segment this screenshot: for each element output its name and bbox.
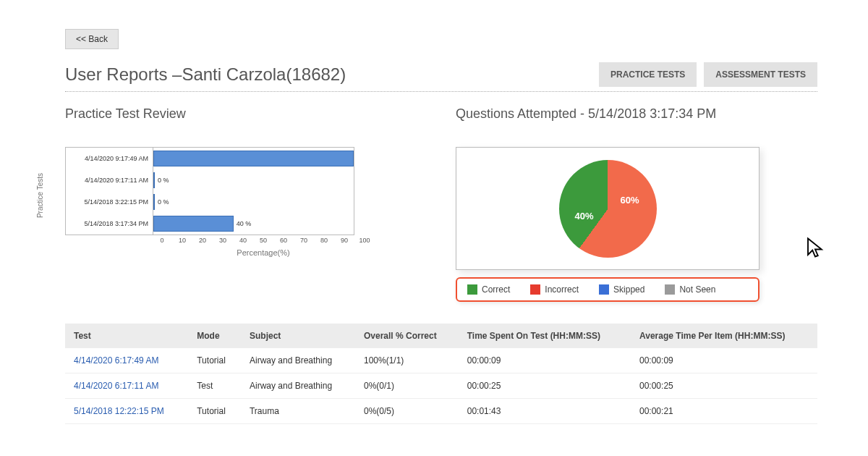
- bar-value-label: 0 %: [158, 198, 169, 206]
- x-tick: 10: [172, 237, 192, 244]
- cell-overall: 100%(1/1): [355, 348, 459, 373]
- legend-label: Not Seen: [679, 284, 715, 295]
- x-tick: 30: [213, 237, 233, 244]
- bar-value-label: 40 %: [237, 220, 252, 227]
- legend-label: Correct: [482, 284, 510, 295]
- cursor-icon: [806, 237, 825, 258]
- swatch-icon: [467, 284, 477, 295]
- test-link[interactable]: 4/14/2020 6:17:11 AM: [65, 373, 188, 399]
- bar-category-label: 4/14/2020 9:17:49 AM: [66, 155, 153, 162]
- bar-row: 5/14/2018 3:22:15 PM 0 %: [66, 191, 354, 213]
- pie-legend: Correct Incorrect Skipped Not Seen: [456, 277, 760, 302]
- col-mode: Mode: [188, 324, 241, 348]
- table-header-row: Test Mode Subject Overall % Correct Time…: [65, 324, 817, 348]
- tests-table: Test Mode Subject Overall % Correct Time…: [65, 324, 817, 424]
- x-tick: 100: [354, 237, 375, 244]
- col-test: Test: [65, 324, 188, 348]
- test-link[interactable]: 4/14/2020 6:17:49 AM: [65, 348, 188, 373]
- bar-category-label: 5/14/2018 3:17:34 PM: [66, 220, 153, 227]
- x-tick: 60: [273, 237, 294, 244]
- legend-item-skipped: Skipped: [599, 284, 644, 295]
- swatch-icon: [599, 284, 609, 295]
- cell-subject: Airway and Breathing: [241, 348, 355, 373]
- tab-practice-tests[interactable]: PRACTICE TESTS: [599, 62, 697, 87]
- pie-slice-label-correct: 40%: [575, 211, 594, 221]
- x-tick: 90: [334, 237, 354, 244]
- cell-time-spent: 00:00:25: [459, 373, 631, 399]
- bar-row: 4/14/2020 9:17:49 AM: [66, 148, 354, 169]
- pie-slice-label-incorrect: 60%: [620, 195, 639, 206]
- divider: [65, 91, 817, 92]
- bar-category-label: 5/14/2018 3:22:15 PM: [66, 198, 153, 206]
- cell-time-spent: 00:01:43: [459, 399, 631, 424]
- col-overall: Overall % Correct: [355, 324, 459, 348]
- cell-subject: Trauma: [241, 399, 355, 424]
- bar-row: 4/14/2020 9:17:11 AM 0 %: [66, 169, 354, 191]
- bar-value-label: 0 %: [158, 177, 169, 184]
- swatch-icon: [665, 284, 675, 295]
- cell-time-spent: 00:00:09: [459, 348, 631, 373]
- pie-chart-title: Questions Attempted - 5/14/2018 3:17:34 …: [456, 106, 817, 138]
- tab-assessment-tests[interactable]: ASSESSMENT TESTS: [704, 62, 817, 87]
- table-row: 5/14/2018 12:22:15 PM Tutorial Trauma 0%…: [65, 399, 817, 424]
- cell-mode: Test: [188, 373, 241, 399]
- bar-chart: 4/14/2020 9:17:49 AM 4/14/2020 9:17:11 A…: [65, 147, 354, 235]
- legend-label: Incorrect: [545, 284, 579, 295]
- cell-avg-time: 00:00:21: [631, 399, 817, 424]
- x-tick: 50: [253, 237, 273, 244]
- pie-chart: 60% 40%: [456, 147, 760, 270]
- cell-overall: 0%(0/5): [355, 399, 459, 424]
- cell-mode: Tutorial: [188, 399, 241, 424]
- col-avg-time: Average Time Per Item (HH:MM:SS): [631, 324, 817, 348]
- x-tick: 20: [192, 237, 213, 244]
- legend-item-correct: Correct: [467, 284, 510, 295]
- page-title: User Reports –Santi Carzola(18682): [65, 64, 346, 85]
- cell-avg-time: 00:00:09: [631, 348, 817, 373]
- col-subject: Subject: [241, 324, 355, 348]
- bar-row: 5/14/2018 3:17:34 PM 40 %: [66, 213, 354, 235]
- x-tick: 80: [314, 237, 334, 244]
- tab-buttons: PRACTICE TESTS ASSESSMENT TESTS: [599, 62, 817, 87]
- table-row: 4/14/2020 6:17:11 AM Test Airway and Bre…: [65, 373, 817, 399]
- cell-mode: Tutorial: [188, 348, 241, 373]
- bar-category-label: 4/14/2020 9:17:11 AM: [66, 177, 153, 184]
- cell-avg-time: 00:00:25: [631, 373, 817, 399]
- cell-overall: 0%(0/1): [355, 373, 459, 399]
- x-tick: 70: [294, 237, 314, 244]
- x-tick: 0: [152, 237, 172, 244]
- cell-subject: Airway and Breathing: [241, 373, 355, 399]
- x-tick: 40: [233, 237, 253, 244]
- legend-item-not-seen: Not Seen: [665, 284, 715, 295]
- bar-y-axis-label: Practice Tests: [36, 173, 44, 218]
- col-time-spent: Time Spent On Test (HH:MM:SS): [459, 324, 631, 348]
- table-row: 4/14/2020 6:17:49 AM Tutorial Airway and…: [65, 348, 817, 373]
- bar-chart-title: Practice Test Review: [65, 106, 427, 138]
- back-button[interactable]: << Back: [65, 29, 119, 49]
- legend-label: Skipped: [613, 284, 644, 295]
- bar-x-axis: 0 10 20 30 40 50 60 70 80 90 100: [65, 237, 375, 244]
- test-link[interactable]: 5/14/2018 12:22:15 PM: [65, 399, 188, 424]
- bar-x-axis-label: Percentage(%): [65, 248, 375, 257]
- legend-item-incorrect: Incorrect: [530, 284, 579, 295]
- swatch-icon: [530, 284, 540, 295]
